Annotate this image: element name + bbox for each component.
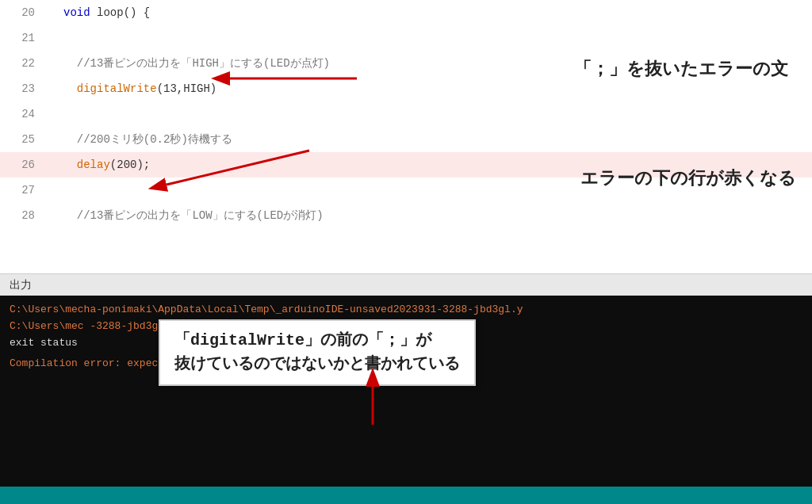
output-terminal: C:\Users\mecha-ponimaki\AppData\Local\Te… (0, 296, 812, 504)
code-line-content: //13番ピンの出力を「LOW」にする(LEDが消灯) (48, 203, 812, 228)
code-row: 27 (0, 178, 812, 203)
output-annotation-box: 「digitalWrite」の前の「；」が 抜けているのではないかと書かれている (159, 319, 476, 386)
code-row: 23 digitalWrite(13,HIGH) (0, 76, 812, 101)
output-annotation-line1: 「digitalWrite」の前の「；」が (174, 329, 460, 353)
code-line-content: //200ミリ秒(0.2秒)待機する (48, 127, 812, 152)
code-row: 24 (0, 101, 812, 127)
code-editor: 20void loop() {2122 //13番ピンの出力を「HIGH」にする… (0, 0, 812, 273)
output-line: C:\Users\mecha-ponimaki\AppData\Local\Te… (10, 302, 802, 319)
line-number: 23 (0, 76, 48, 101)
code-table: 20void loop() {2122 //13番ピンの出力を「HIGH」にする… (0, 0, 812, 228)
code-line-content: digitalWrite(13,HIGH) (48, 76, 812, 101)
code-line-content: delay(200); (48, 152, 812, 178)
code-line-content (48, 25, 812, 51)
code-line-content: void loop() { (48, 0, 812, 25)
code-row: 26 delay(200); (0, 152, 812, 178)
code-line-content: //13番ピンの出力を「HIGH」にする(LEDが点灯) (48, 51, 812, 76)
line-number: 26 (0, 152, 48, 178)
code-line-content (48, 101, 812, 127)
line-number: 24 (0, 101, 48, 127)
output-label: 出力 (0, 273, 812, 296)
code-row: 28 //13番ピンの出力を「LOW」にする(LEDが消灯) (0, 203, 812, 228)
code-row: 20void loop() { (0, 0, 812, 25)
line-number: 21 (0, 25, 48, 51)
output-annotation-line2: 抜けているのではないかと書かれている (174, 353, 460, 376)
line-number: 20 (0, 0, 48, 25)
code-row: 22 //13番ピンの出力を「HIGH」にする(LEDが点灯) (0, 51, 812, 76)
bottom-bar (0, 487, 812, 504)
line-number: 27 (0, 178, 48, 203)
line-number: 28 (0, 203, 48, 228)
line-number: 25 (0, 127, 48, 152)
code-row: 21 (0, 25, 812, 51)
arrow-output-icon (349, 373, 396, 429)
code-row: 25 //200ミリ秒(0.2秒)待機する (0, 127, 812, 152)
code-line-content (48, 178, 812, 203)
line-number: 22 (0, 51, 48, 76)
